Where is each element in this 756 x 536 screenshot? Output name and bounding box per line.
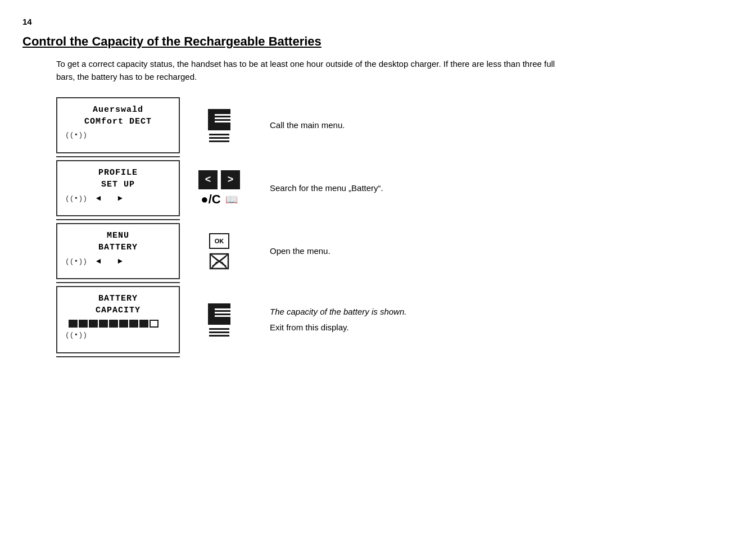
step-1-menu-icon bbox=[208, 109, 230, 142]
step-3-screen-text: MENU BATTERY bbox=[65, 230, 171, 253]
step-1-signal-icon: ((•)) bbox=[65, 131, 87, 139]
step-2-symbols-row: ●/C 📖 bbox=[201, 192, 237, 207]
step-1-signal-row: ((•)) bbox=[65, 131, 171, 139]
step-4-signal-icon: ((•)) bbox=[65, 331, 87, 339]
step-2-left-arrow-box: < bbox=[198, 170, 218, 189]
step-1-black-square bbox=[208, 109, 230, 130]
step-3-envelope-wrapper bbox=[209, 253, 229, 270]
bar-3 bbox=[89, 320, 98, 328]
step-3-arrow-right: ► bbox=[117, 257, 122, 266]
bar-8 bbox=[139, 320, 148, 328]
step-1-row: Auerswald COMfort DECT ((•)) bbox=[56, 94, 734, 156]
step-4-battery-bars bbox=[69, 320, 171, 328]
step-3-signal-row: ((•)) ◄ ► bbox=[65, 257, 171, 266]
step-4-screen: BATTERY CAPACITY ((•)) bbox=[56, 286, 180, 353]
step-4-normal-desc: Exit from this display. bbox=[270, 321, 734, 334]
step-3-row: MENU BATTERY ((•)) ◄ ► OK bbox=[56, 220, 734, 282]
step-4-line-group bbox=[209, 328, 229, 337]
bar-1 bbox=[69, 320, 78, 328]
step-2-book-icon: 📖 bbox=[225, 193, 238, 206]
step-3-ok-icon: OK bbox=[209, 233, 229, 270]
step-1-hline3 bbox=[209, 140, 229, 142]
step-1-icon-line2 bbox=[215, 117, 230, 119]
step-2-arrows-row: < > bbox=[198, 170, 240, 189]
bar-6 bbox=[119, 320, 128, 328]
step-4-icon-line1 bbox=[215, 308, 230, 310]
bar-empty bbox=[150, 320, 159, 328]
step-4-black-square bbox=[208, 303, 230, 325]
step-3-icon-col: OK bbox=[191, 233, 247, 270]
step-1-desc: Call the main menu. bbox=[259, 119, 734, 132]
step-4-hline3 bbox=[209, 335, 229, 337]
step-2-screen: PROFILE SET UP ((•)) ◄ ► bbox=[56, 160, 180, 216]
bar-4 bbox=[99, 320, 108, 328]
step-4-divider bbox=[56, 356, 180, 357]
step-2-arrow-right: ► bbox=[117, 194, 122, 203]
bar-2 bbox=[79, 320, 88, 328]
step-2-desc: Search for the menu „Battery“. bbox=[259, 182, 734, 195]
step-4-desc: The capacity of the battery is shown. Ex… bbox=[259, 306, 734, 334]
step-4-icon-col bbox=[191, 303, 247, 337]
step-1-icon-line3 bbox=[215, 121, 230, 122]
step-4-row: BATTERY CAPACITY ((•)) bbox=[56, 283, 734, 356]
step-1-screen-text: Auerswald COMfort DECT bbox=[65, 104, 171, 128]
step-1-line-group bbox=[209, 134, 229, 142]
step-2-signal-row: ((•)) ◄ ► bbox=[65, 194, 171, 203]
step-2-arrow-left: ◄ bbox=[96, 194, 101, 203]
step-3-signal-icon: ((•)) bbox=[65, 257, 87, 266]
step-1-icon-line1 bbox=[215, 114, 230, 116]
page-title: Control the Capacity of the Rechargeable… bbox=[22, 34, 734, 49]
step-2-circle-c-icon: ●/C bbox=[201, 192, 220, 207]
step-4-italic-desc: The capacity of the battery is shown. bbox=[270, 306, 734, 319]
step-3-envelope-icon bbox=[209, 253, 229, 270]
step-4-icon-line3 bbox=[215, 315, 230, 317]
step-2-icon-col: < > ●/C 📖 bbox=[191, 170, 247, 207]
bar-7 bbox=[129, 320, 138, 328]
step-2-signal-icon: ((•)) bbox=[65, 194, 87, 203]
step-4-menu-icon bbox=[208, 303, 230, 337]
step-1-hline2 bbox=[209, 137, 229, 139]
step-4-signal-row: ((•)) bbox=[65, 331, 171, 339]
step-2-screen-text: PROFILE SET UP bbox=[65, 167, 171, 190]
step-3-desc: Open the menu. bbox=[259, 245, 734, 258]
step-1-hline1 bbox=[209, 134, 229, 135]
page-number: 14 bbox=[22, 17, 734, 26]
step-3-screen: MENU BATTERY ((•)) ◄ ► bbox=[56, 223, 180, 279]
step-1-screen: Auerswald COMfort DECT ((•)) bbox=[56, 97, 180, 153]
step-3-ok-box: OK bbox=[209, 233, 229, 249]
step-2-nav-icon: < > ●/C 📖 bbox=[198, 170, 240, 207]
step-1-icon-col bbox=[191, 109, 247, 142]
step-2-right-arrow-box: > bbox=[221, 170, 240, 189]
step-2-row: PROFILE SET UP ((•)) ◄ ► < > ●/C 📖 bbox=[56, 157, 734, 219]
step-4-screen-text: BATTERY CAPACITY bbox=[65, 293, 171, 316]
step-2-nav-arrows: ◄ ► bbox=[96, 194, 123, 203]
step-4-icon-line2 bbox=[215, 312, 230, 314]
step-3-arrow-left: ◄ bbox=[96, 257, 101, 266]
intro-text: To get a correct capacity status, the ha… bbox=[56, 58, 562, 83]
step-4-hline2 bbox=[209, 331, 229, 333]
bar-5 bbox=[109, 320, 118, 328]
steps-container: Auerswald COMfort DECT ((•)) bbox=[56, 94, 734, 357]
step-3-nav-arrows: ◄ ► bbox=[96, 257, 123, 266]
step-4-hline1 bbox=[209, 328, 229, 330]
